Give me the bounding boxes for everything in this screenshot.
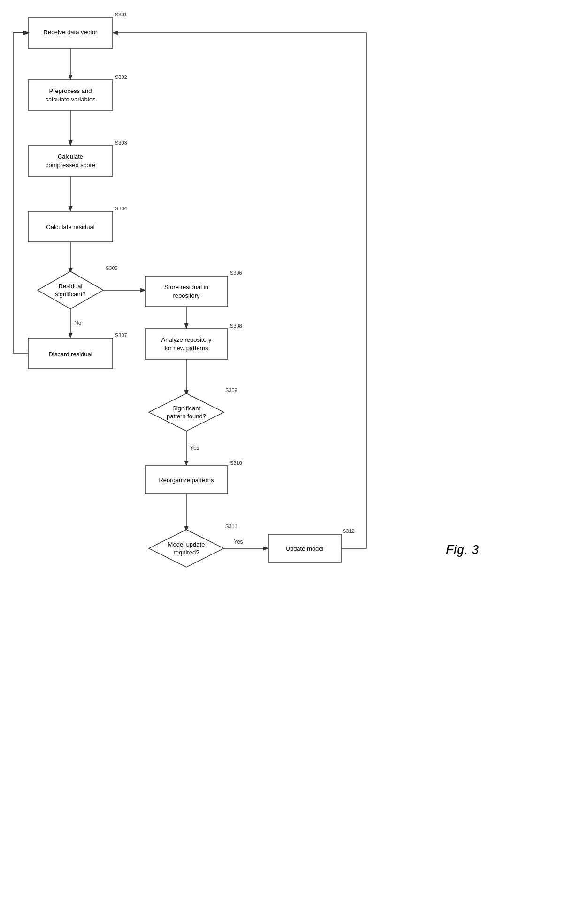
svg-rect-26: [146, 329, 228, 359]
node-S306: Store residual in repository S306: [146, 270, 242, 307]
svg-text:significant?: significant?: [55, 291, 85, 298]
svg-text:Calculate: Calculate: [58, 153, 83, 160]
svg-text:No: No: [74, 320, 82, 326]
svg-text:Significant: Significant: [172, 405, 200, 412]
svg-marker-30: [149, 393, 224, 431]
svg-rect-3: [28, 80, 113, 110]
node-S312: Update model S312: [268, 528, 355, 562]
svg-text:Calculate residual: Calculate residual: [46, 223, 94, 231]
svg-text:S303: S303: [115, 140, 127, 146]
svg-text:repository: repository: [173, 292, 200, 299]
node-S305: Residual significant? S305: [38, 265, 118, 309]
node-S311: Model update required? S311: [149, 524, 237, 567]
svg-text:pattern found?: pattern found?: [167, 413, 206, 420]
svg-text:Residual: Residual: [59, 283, 83, 290]
loop-S307-S301: [13, 33, 28, 353]
node-S302: Preprocess and calculate variables S302: [28, 74, 127, 110]
svg-text:S307: S307: [115, 332, 127, 338]
svg-rect-18: [146, 276, 228, 307]
svg-text:S306: S306: [230, 270, 242, 276]
svg-text:S310: S310: [230, 460, 242, 466]
svg-text:S308: S308: [230, 323, 242, 329]
svg-text:Discard residual: Discard residual: [48, 351, 92, 358]
svg-marker-38: [149, 530, 224, 567]
svg-text:S304: S304: [115, 206, 127, 211]
svg-text:S309: S309: [225, 387, 237, 393]
svg-text:S311: S311: [225, 524, 237, 529]
svg-text:Preprocess and: Preprocess and: [49, 87, 92, 94]
node-S308: Analyze repository for new patterns S308: [146, 323, 242, 359]
svg-text:Model update: Model update: [168, 541, 205, 548]
node-S307: Discard residual S307: [28, 332, 127, 369]
svg-text:Reorganize patterns: Reorganize patterns: [159, 477, 214, 484]
svg-text:Analyze repository: Analyze repository: [161, 336, 212, 343]
svg-marker-14: [38, 271, 103, 309]
svg-text:S302: S302: [115, 74, 127, 80]
node-S301: Receive data vector S301: [28, 12, 127, 48]
node-S304: Calculate residual S304: [28, 206, 127, 242]
svg-text:S312: S312: [343, 528, 355, 534]
svg-text:required?: required?: [174, 549, 199, 556]
svg-text:Yes: Yes: [190, 445, 199, 451]
svg-text:Update model: Update model: [286, 545, 324, 552]
svg-text:Receive data vector: Receive data vector: [44, 29, 98, 36]
svg-text:S301: S301: [115, 12, 127, 17]
node-S310: Reorganize patterns S310: [146, 460, 242, 494]
svg-text:S305: S305: [106, 265, 118, 271]
svg-text:calculate variables: calculate variables: [46, 96, 96, 103]
svg-text:Yes: Yes: [234, 539, 243, 545]
svg-rect-7: [28, 146, 113, 176]
diagram-container: Receive data vector S301 Preprocess and …: [0, 0, 582, 924]
figure-label: Fig. 3: [446, 542, 479, 557]
node-S309: Significant pattern found? S309: [149, 387, 237, 431]
svg-text:for new patterns: for new patterns: [164, 345, 208, 352]
svg-text:compressed score: compressed score: [46, 162, 95, 169]
svg-text:Store residual in: Store residual in: [164, 284, 208, 291]
node-S303: Calculate compressed score S303: [28, 140, 127, 176]
